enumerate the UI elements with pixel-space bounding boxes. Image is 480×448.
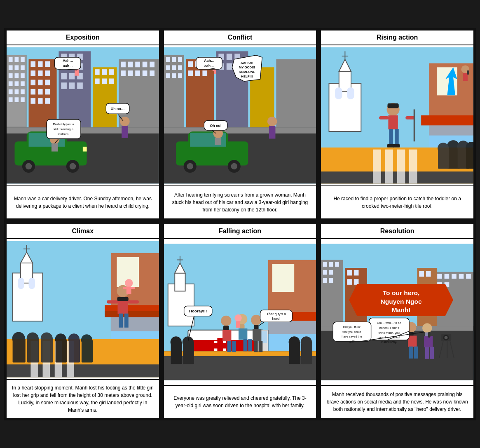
svg-text:Did you think: Did you think — [343, 325, 361, 328]
svg-rect-296 — [323, 278, 327, 283]
svg-point-76 — [70, 163, 76, 169]
svg-rect-8 — [21, 65, 25, 70]
svg-rect-65 — [135, 70, 140, 76]
svg-rect-171 — [389, 129, 393, 145]
svg-rect-299 — [347, 270, 352, 275]
conflict-scene: Aah… aah… AAH OH MY GOD!!! SOMEONE HELP!… — [164, 45, 316, 185]
panel-title-falling-action: Falling action — [164, 224, 316, 239]
svg-rect-198 — [18, 278, 24, 289]
svg-rect-23 — [38, 61, 43, 67]
svg-rect-79 — [52, 143, 58, 151]
svg-rect-304 — [437, 274, 442, 279]
panel-falling-action: Falling action — [163, 223, 318, 419]
svg-text:that you could: that you could — [343, 330, 361, 333]
svg-rect-209 — [128, 300, 139, 303]
svg-rect-191 — [467, 70, 469, 75]
panel-text-resolution: Manh received thousands of positive mess… — [321, 385, 473, 418]
svg-rect-177 — [373, 149, 381, 183]
svg-rect-207 — [117, 301, 128, 314]
svg-rect-186 — [466, 147, 473, 169]
svg-rect-35 — [38, 98, 43, 104]
svg-text:girl?: girl? — [349, 339, 355, 343]
svg-rect-210 — [119, 313, 123, 327]
resolution-scene: To our hero, Nguyen Ngoc Manh! — [321, 239, 473, 385]
svg-rect-180 — [409, 149, 417, 183]
svg-rect-236 — [175, 273, 185, 291]
panel-conflict: Conflict — [163, 29, 318, 220]
svg-point-74 — [26, 163, 32, 169]
svg-rect-12 — [9, 81, 13, 86]
svg-point-80 — [120, 116, 129, 126]
svg-rect-18 — [9, 97, 13, 102]
svg-text:tantrum.: tantrum. — [58, 132, 69, 136]
svg-rect-113 — [202, 70, 207, 76]
svg-rect-108 — [188, 61, 193, 67]
svg-rect-17 — [21, 89, 25, 94]
svg-rect-291 — [323, 262, 327, 267]
svg-point-212 — [125, 279, 133, 287]
svg-point-325 — [422, 323, 432, 333]
svg-rect-56 — [109, 78, 114, 84]
svg-rect-13 — [14, 81, 19, 86]
svg-rect-248 — [212, 342, 227, 348]
svg-rect-3 — [9, 57, 13, 62]
svg-rect-104 — [166, 73, 170, 78]
svg-text:To our hero,: To our hero, — [383, 289, 420, 296]
svg-text:aah…: aah… — [63, 64, 73, 68]
svg-rect-47 — [61, 82, 67, 89]
svg-rect-188 — [438, 148, 449, 169]
svg-rect-214 — [123, 287, 127, 289]
svg-text:think much, you: think much, you — [379, 331, 400, 334]
svg-rect-44 — [61, 73, 67, 79]
svg-text:honest, I didn't: honest, I didn't — [379, 326, 399, 329]
svg-rect-6 — [9, 65, 13, 70]
svg-text:AAH OH: AAH OH — [241, 61, 253, 65]
svg-rect-213 — [126, 286, 131, 294]
svg-point-135 — [231, 163, 237, 169]
svg-rect-100 — [178, 57, 182, 62]
svg-rect-313 — [426, 271, 431, 277]
svg-rect-60 — [135, 61, 140, 67]
svg-text:instinctively.: instinctively. — [381, 340, 397, 343]
svg-rect-259 — [222, 330, 231, 341]
svg-rect-172 — [395, 129, 399, 145]
svg-rect-66 — [143, 70, 148, 76]
svg-rect-305 — [445, 274, 450, 279]
svg-rect-10 — [14, 73, 19, 78]
svg-rect-53 — [109, 69, 114, 75]
svg-text:That guy's a: That guy's a — [266, 312, 286, 316]
svg-rect-33 — [45, 89, 50, 94]
panel-image-falling-action: Hooray!!! That guy's a hero! — [164, 239, 316, 385]
svg-text:Hooray!!!: Hooray!!! — [189, 308, 207, 313]
svg-rect-31 — [30, 89, 35, 94]
svg-rect-263 — [240, 324, 245, 329]
svg-rect-5 — [21, 57, 25, 62]
svg-rect-211 — [124, 313, 129, 327]
panel-image-climax — [7, 239, 159, 379]
svg-rect-279 — [289, 342, 300, 364]
svg-rect-36 — [45, 98, 50, 104]
svg-rect-105 — [172, 73, 176, 78]
panel-image-exposition: Aah… aah… Oh no… Probably just a kid thr… — [7, 45, 159, 185]
panel-title-exposition: Exposition — [7, 30, 159, 45]
panel-exposition: Exposition — [5, 29, 160, 220]
svg-rect-159 — [347, 87, 355, 99]
svg-rect-272 — [254, 341, 258, 352]
panel-title-climax: Climax — [7, 224, 159, 239]
svg-point-133 — [187, 163, 193, 169]
svg-rect-14 — [21, 81, 25, 86]
svg-rect-45 — [69, 73, 75, 79]
svg-rect-26 — [38, 70, 43, 76]
svg-rect-294 — [323, 270, 327, 274]
svg-rect-270 — [254, 325, 259, 330]
svg-rect-265 — [243, 339, 247, 351]
svg-rect-275 — [171, 342, 182, 364]
svg-rect-59 — [128, 61, 133, 67]
panel-rising-action: Rising action — [320, 29, 475, 220]
svg-rect-30 — [45, 80, 50, 85]
svg-rect-52 — [102, 69, 107, 75]
svg-rect-293 — [335, 262, 339, 267]
svg-rect-295 — [329, 270, 333, 274]
svg-text:MY GOD!!!: MY GOD!!! — [239, 66, 255, 69]
svg-rect-11 — [21, 73, 25, 78]
